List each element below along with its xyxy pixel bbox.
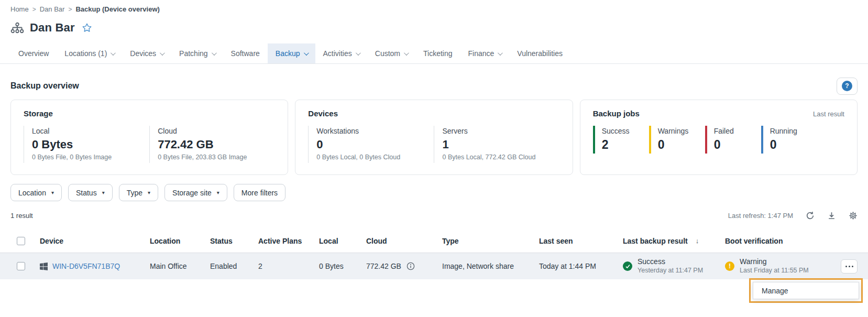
caret-down-icon: ▾ (148, 190, 150, 195)
breadcrumb-org[interactable]: Dan Bar (40, 5, 65, 13)
cell-local: 0 Bytes (319, 262, 366, 270)
chevron-down-icon (356, 50, 361, 56)
tab-vulnerabilities[interactable]: Vulnerabilities (509, 43, 570, 63)
column-header-status[interactable]: Status (210, 237, 258, 245)
storage-card: Storage Local 0 Bytes 0 Bytes File, 0 By… (10, 100, 288, 175)
chevron-down-icon (404, 50, 409, 56)
tab-patching[interactable]: Patching (171, 43, 223, 63)
section-title: Backup overview (10, 81, 79, 91)
column-header-type[interactable]: Type (442, 237, 539, 245)
boot-verification-time: Last Friday at 11:55 PM (740, 267, 809, 275)
chevron-down-icon (111, 50, 116, 56)
download-icon[interactable] (827, 211, 836, 220)
tab-ticketing[interactable]: Ticketing (415, 43, 460, 63)
breadcrumb-separator: > (68, 6, 72, 13)
location-filter-button[interactable]: Location ▾ (10, 184, 62, 201)
caret-down-icon: ▾ (102, 190, 105, 195)
favorite-star-icon[interactable] (82, 23, 92, 33)
tab-locations[interactable]: Locations (1) (57, 43, 122, 63)
column-header-last-backup-result[interactable]: Last backup result↓ (623, 237, 725, 245)
status-filter-button[interactable]: Status ▾ (68, 184, 113, 201)
warning-icon: ! (725, 261, 734, 271)
jobs-failed-stat: Failed 0 (705, 126, 761, 154)
cell-last-backup-result: Success Yesterday at 11:47 PM (623, 257, 725, 275)
tab-overview[interactable]: Overview (10, 43, 57, 63)
breadcrumb-home[interactable]: Home (10, 5, 29, 13)
column-header-last-seen[interactable]: Last seen (539, 237, 623, 245)
column-header-boot-verification[interactable]: Boot verification (725, 237, 817, 245)
cell-boot-verification: ! Warning Last Friday at 11:55 PM (725, 257, 817, 275)
boot-verification-status: Warning (740, 257, 809, 267)
type-filter-button[interactable]: Type ▾ (119, 184, 158, 201)
table-header-row: Device Location Status Active Plans Loca… (0, 229, 868, 253)
sort-desc-icon: ↓ (696, 237, 699, 245)
chevron-down-icon (160, 50, 165, 56)
caret-down-icon: ▾ (51, 190, 54, 195)
menu-item-manage[interactable]: Manage (753, 287, 859, 295)
refresh-icon[interactable] (806, 211, 815, 220)
column-header-location[interactable]: Location (150, 237, 210, 245)
storage-local-stat: Local 0 Bytes 0 Bytes File, 0 Bytes Imag… (24, 126, 149, 163)
info-icon[interactable] (406, 262, 415, 270)
cell-location: Main Office (150, 262, 210, 270)
devices-card: Devices Workstations 0 0 Bytes Local, 0 … (295, 100, 573, 175)
column-header-cloud[interactable]: Cloud (366, 237, 442, 245)
table-row: WIN-D6V5FN71B7Q Main Office Enabled 2 0 … (0, 253, 868, 279)
page-header: Dan Bar (0, 20, 868, 36)
breadcrumb: Home > Dan Bar > Backup (Device overview… (0, 0, 868, 13)
jobs-warnings-stat: Warnings 0 (649, 126, 705, 154)
card-title: Storage (24, 109, 275, 118)
cell-active-plans: 2 (258, 262, 319, 270)
results-count: 1 result (10, 212, 33, 220)
row-checkbox[interactable] (17, 262, 25, 270)
more-filters-button[interactable]: More filters (234, 184, 285, 201)
windows-icon (40, 263, 48, 270)
tab-backup[interactable]: Backup (268, 43, 315, 63)
last-refresh-label: Last refresh: 1:47 PM (728, 212, 793, 220)
breadcrumb-current: Backup (Device overview) (75, 5, 159, 13)
column-header-active-plans[interactable]: Active Plans (258, 237, 319, 245)
jobs-running-stat: Running 0 (761, 126, 817, 154)
cell-status: Enabled (210, 262, 258, 270)
success-check-icon (623, 261, 632, 271)
tab-custom[interactable]: Custom (367, 43, 415, 63)
devices-servers-stat: Servers 1 0 Bytes Local, 772.42 GB Cloud (434, 126, 559, 163)
column-header-device[interactable]: Device (40, 237, 150, 245)
backup-result-status: Success (638, 257, 703, 267)
cell-cloud: 772.42 GB (366, 262, 401, 270)
storage-site-filter-button[interactable]: Storage site ▾ (164, 184, 227, 201)
devices-workstations-stat: Workstations 0 0 Bytes Local, 0 Bytes Cl… (308, 126, 434, 163)
jobs-success-stat: Success 2 (593, 126, 649, 154)
storage-cloud-stat: Cloud 772.42 GB 0 Bytes File, 203.83 GB … (149, 126, 275, 163)
card-title: Devices (308, 109, 559, 118)
backup-jobs-card: Backup jobs Last result Success 2 Warnin… (580, 100, 858, 175)
row-actions-ellipsis-button[interactable] (841, 259, 858, 274)
row-actions-menu: Manage (753, 282, 859, 299)
tab-software[interactable]: Software (223, 43, 268, 63)
tab-activities[interactable]: Activities (315, 43, 367, 63)
cell-type: Image, Network share (442, 262, 539, 270)
organization-icon (10, 22, 24, 34)
tab-finance[interactable]: Finance (460, 43, 510, 63)
tab-bar: Overview Locations (1) Devices Patching … (0, 43, 868, 64)
page-title: Dan Bar (30, 21, 75, 35)
help-icon: ? (842, 81, 852, 91)
table-settings-gear-icon[interactable] (849, 211, 858, 220)
breadcrumb-separator: > (32, 6, 36, 13)
device-link[interactable]: WIN-D6V5FN71B7Q (52, 262, 120, 270)
help-button[interactable]: ? (837, 78, 858, 95)
select-all-checkbox[interactable] (17, 237, 25, 245)
annotation-highlight-box: Manage (749, 278, 863, 303)
last-result-label: Last result (813, 110, 844, 118)
chevron-down-icon (498, 50, 503, 56)
backup-result-time: Yesterday at 11:47 PM (638, 267, 703, 275)
caret-down-icon: ▾ (217, 190, 219, 195)
chevron-down-icon (212, 50, 217, 56)
tab-devices[interactable]: Devices (122, 43, 171, 63)
cell-last-seen: Today at 1:44 PM (539, 262, 623, 270)
card-title: Backup jobs (593, 109, 844, 118)
column-header-local[interactable]: Local (319, 237, 366, 245)
chevron-down-icon (303, 50, 309, 56)
